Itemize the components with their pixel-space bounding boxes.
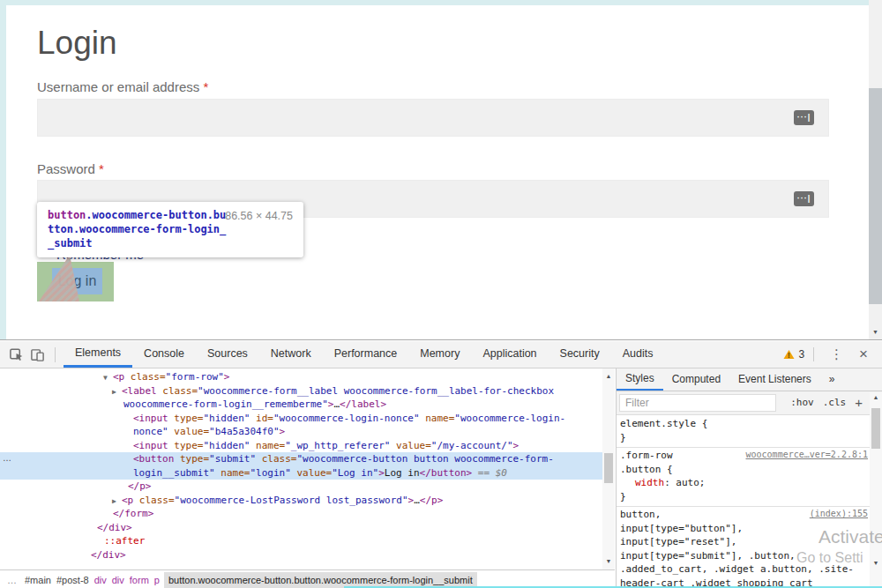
code-segment: >: [280, 426, 286, 437]
dom-tree: ▼<p class="form-row">▶<label class="wooc…: [0, 370, 602, 562]
css-rule-line[interactable]: width: auto;: [620, 476, 867, 490]
styles-tab-event-listeners[interactable]: Event Listeners: [729, 368, 820, 391]
devtools-toolbar: ElementsConsoleSourcesNetworkPerformance…: [0, 341, 882, 368]
dom-tree-line[interactable]: ▶<p class="woocommerce-LostPassword lost…: [0, 494, 602, 508]
toolbar-separator: [813, 347, 814, 361]
devtools-tab-elements[interactable]: Elements: [64, 341, 132, 368]
scroll-up-icon[interactable]: ▲: [602, 370, 615, 383]
scroll-down-icon[interactable]: ▼: [870, 560, 882, 570]
gutter-marker[interactable]: …: [3, 453, 11, 463]
styles-tab-styles[interactable]: Styles: [617, 368, 663, 391]
breadcrumb-item[interactable]: #main: [25, 575, 51, 585]
warning-count[interactable]: 3: [798, 348, 804, 361]
dom-tree-line[interactable]: <input type="hidden" name="_wp_http_refe…: [0, 439, 602, 453]
more-menu-icon[interactable]: ⋮: [830, 346, 843, 362]
breadcrumb-item[interactable]: div: [112, 575, 124, 585]
autofill-icon[interactable]: ···|: [794, 191, 814, 206]
dom-tree-line[interactable]: ::after: [0, 534, 602, 548]
devtools-tab-application[interactable]: Application: [471, 341, 548, 368]
devtools-tab-audits[interactable]: Audits: [611, 341, 665, 368]
code-segment: name=: [250, 440, 285, 451]
code-segment: </div>: [91, 549, 126, 561]
dom-tree-line[interactable]: </form>: [0, 507, 602, 521]
dom-tree-line[interactable]: </p>: [0, 480, 602, 494]
devtools-tab-console[interactable]: Console: [132, 341, 196, 368]
stylesheet-source-link[interactable]: woocommerce…ver=2.2.8:1: [746, 450, 868, 459]
css-property-name[interactable]: width: [635, 477, 664, 488]
elements-scrollbar-thumb[interactable]: [604, 453, 613, 483]
tree-expand-icon[interactable]: ▼: [103, 371, 113, 385]
styles-scrollbar[interactable]: ▲ ▼: [870, 392, 882, 588]
page-scrollbar-thumb[interactable]: [869, 88, 882, 304]
devtools-tab-performance[interactable]: Performance: [323, 341, 409, 368]
devtools-tab-network[interactable]: Network: [259, 341, 323, 368]
code-segment: >: [224, 371, 230, 383]
class-toggle-button[interactable]: .cls: [823, 397, 847, 408]
elements-panel: ▼<p class="form-row">▶<label class="wooc…: [0, 368, 615, 569]
page-title: Login: [37, 25, 117, 62]
css-rule-line[interactable]: }: [620, 431, 867, 445]
dom-tree-line[interactable]: </div>: [0, 521, 602, 535]
page-scrollbar-down-icon[interactable]: ▼: [869, 324, 882, 339]
pseudo-state-button[interactable]: :hov: [790, 397, 814, 408]
dom-tree-line-selected[interactable]: login__submit" name="login" value="Log i…: [0, 466, 602, 480]
login-page: Login Username or email address * ···| P…: [0, 0, 882, 339]
breadcrumb-item[interactable]: …: [7, 575, 17, 585]
styles-tab-computed[interactable]: Computed: [663, 368, 729, 391]
scroll-up-icon[interactable]: ▲: [870, 394, 882, 405]
highlight-stripes: [39, 255, 79, 301]
code-segment: type=: [168, 440, 204, 451]
close-devtools-icon[interactable]: ×: [859, 346, 868, 363]
breadcrumb: …#main#post-8divdivformpbutton.woocommer…: [0, 569, 615, 588]
page-scrollbar[interactable]: ▼: [869, 0, 882, 339]
breadcrumb-item[interactable]: form: [130, 575, 149, 585]
devtools-tab-sources[interactable]: Sources: [196, 341, 259, 368]
svg-text:!: !: [788, 351, 790, 360]
css-rule-line[interactable]: .button {: [620, 463, 867, 477]
inspect-element-icon[interactable]: [9, 347, 24, 362]
dom-tree-line[interactable]: woocommerce-form-login__rememberme">…</l…: [0, 398, 602, 412]
warning-icon[interactable]: !: [783, 349, 795, 360]
code-segment: "hidden": [204, 440, 250, 451]
css-rule-line[interactable]: }: [620, 490, 867, 504]
dom-tree-line-selected[interactable]: <button type="submit" class="woocommerce…: [0, 452, 602, 466]
breadcrumb-item[interactable]: #post-8: [56, 575, 89, 585]
inspect-tooltip: button.woocommerce-button.button.woocomm…: [37, 202, 303, 257]
toolbar-right: ! 3 ⋮ ×: [783, 346, 873, 363]
code-segment: …: [414, 495, 420, 506]
styles-tab--[interactable]: »: [820, 368, 844, 391]
css-rule-line[interactable]: element.style {: [620, 417, 867, 431]
devtools-tabs: ElementsConsoleSourcesNetworkPerformance…: [64, 341, 664, 368]
dom-tree-line[interactable]: ▶<label class="woocommerce-form__label w…: [0, 384, 602, 398]
code-segment: "woocommerce-login-nonce": [273, 413, 420, 424]
dom-tree-line[interactable]: </div>: [0, 548, 602, 562]
dom-tree-line[interactable]: nonce" value="b4a5a304f0">: [0, 425, 602, 439]
activate-watermark-line1: Activate: [818, 526, 882, 547]
scroll-down-icon[interactable]: ▼: [602, 555, 615, 568]
username-input[interactable]: ···|: [37, 99, 829, 137]
login-button[interactable]: Log in: [37, 262, 114, 301]
breadcrumb-item[interactable]: p: [154, 575, 160, 585]
page-edge-left: [0, 0, 6, 339]
code-segment: "woocommerce-form__label woocommerce-for…: [198, 385, 554, 397]
code-segment: "/my-account/": [431, 440, 513, 451]
css-property-value[interactable]: : auto;: [664, 477, 705, 488]
dom-tree-line[interactable]: ▼<p class="form-row">: [0, 370, 602, 384]
code-segment: value=: [390, 440, 430, 451]
elements-scrollbar[interactable]: ▲ ▼: [602, 368, 615, 569]
breadcrumb-item-selected[interactable]: button.woocommerce-button.button.woocomm…: [164, 572, 477, 588]
stylesheet-source-link[interactable]: (index):155: [810, 509, 868, 518]
required-mark: *: [99, 161, 104, 176]
device-toolbar-icon[interactable]: [30, 347, 45, 362]
code-segment: >: [513, 440, 519, 451]
dom-tree-line[interactable]: <input type="hidden" id="woocommerce-log…: [0, 412, 602, 426]
styles-filter-input[interactable]: [619, 394, 776, 412]
breadcrumb-item[interactable]: div: [94, 575, 107, 585]
autofill-icon[interactable]: ···|: [794, 110, 814, 125]
devtools-tab-memory[interactable]: Memory: [408, 341, 471, 368]
new-style-rule-button[interactable]: +: [855, 395, 863, 410]
styles-scrollbar-thumb[interactable]: [871, 408, 880, 449]
devtools-tab-security[interactable]: Security: [549, 341, 611, 368]
tree-expand-icon[interactable]: ▶: [112, 385, 122, 399]
tree-expand-icon[interactable]: ▶: [112, 495, 122, 509]
